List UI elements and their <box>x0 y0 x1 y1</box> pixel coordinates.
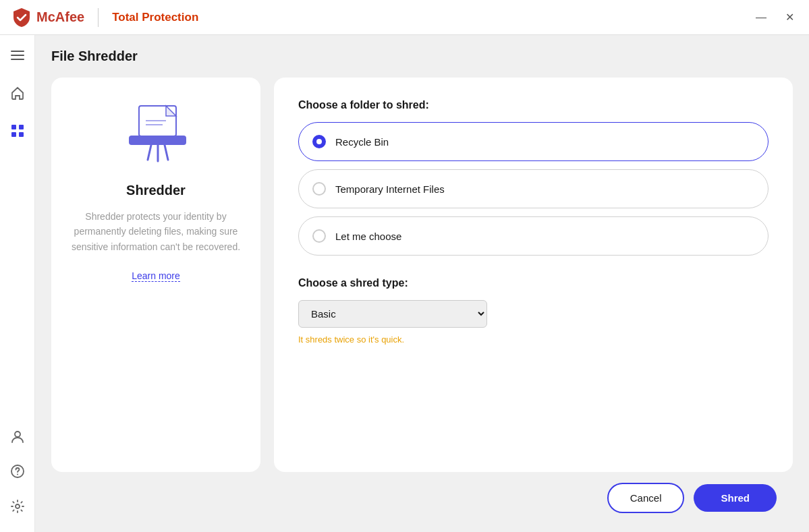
svg-rect-0 <box>11 51 24 52</box>
mcafee-shield-icon <box>11 7 32 28</box>
shred-button[interactable]: Shred <box>694 484 777 512</box>
sidebar-bottom <box>5 424 30 532</box>
shred-type-section: Choose a shred type: Basic Advanced Cust… <box>298 277 769 345</box>
svg-point-10 <box>16 504 20 508</box>
title-bar-controls: — ✕ <box>752 9 798 25</box>
sidebar-settings-icon[interactable] <box>5 494 30 519</box>
content-area: File Shredder <box>35 35 809 532</box>
svg-rect-14 <box>129 136 186 145</box>
radio-circle-temp <box>312 182 326 196</box>
shredder-illustration <box>109 99 203 167</box>
right-card: Choose a folder to shred: Recycle Bin Te… <box>274 78 793 472</box>
page-title: File Shredder <box>51 49 793 64</box>
svg-rect-6 <box>19 132 24 137</box>
radio-label-recycle: Recycle Bin <box>335 136 389 148</box>
svg-line-17 <box>165 145 168 160</box>
radio-label-temp: Temporary Internet Files <box>335 183 445 195</box>
mcafee-logo: McAfee <box>11 7 84 28</box>
radio-temp-internet[interactable]: Temporary Internet Files <box>298 169 769 208</box>
radio-let-me-choose[interactable]: Let me choose <box>298 216 769 256</box>
radio-label-choose: Let me choose <box>335 231 401 242</box>
svg-point-9 <box>17 474 18 475</box>
svg-rect-5 <box>11 132 16 137</box>
shred-hint: It shreds twice so it's quick. <box>298 334 769 345</box>
page-header: File Shredder <box>51 49 793 64</box>
sidebar-apps-icon[interactable] <box>5 119 30 143</box>
svg-rect-1 <box>11 55 24 56</box>
sidebar-home-icon[interactable] <box>5 81 30 105</box>
learn-more-link[interactable]: Learn more <box>132 270 180 282</box>
minimize-button[interactable]: — <box>752 10 771 25</box>
left-card: Shredder Shredder protects your identity… <box>51 78 260 472</box>
close-button[interactable]: ✕ <box>781 9 798 25</box>
folder-section-label: Choose a folder to shred: <box>298 99 769 111</box>
bottom-bar: Cancel Shred <box>51 472 793 519</box>
radio-circle-recycle <box>312 135 326 148</box>
sidebar-menu-icon[interactable] <box>5 43 30 67</box>
shred-type-label: Choose a shred type: <box>298 277 769 289</box>
app-title: Total Protection <box>112 11 198 24</box>
svg-rect-3 <box>11 125 16 129</box>
title-bar-left: McAfee Total Protection <box>11 7 198 28</box>
svg-rect-4 <box>19 125 24 129</box>
cards-row: Shredder Shredder protects your identity… <box>51 78 793 472</box>
brand-name: McAfee <box>36 9 84 25</box>
sidebar-help-icon[interactable] <box>5 459 30 483</box>
svg-point-7 <box>15 432 20 437</box>
sidebar <box>0 35 35 532</box>
radio-circle-choose <box>312 229 326 243</box>
logo-divider <box>98 8 99 27</box>
main-layout: File Shredder <box>0 35 809 532</box>
sidebar-account-icon[interactable] <box>5 424 30 448</box>
shred-type-select[interactable]: Basic Advanced Custom <box>298 300 487 328</box>
title-bar: McAfee Total Protection — ✕ <box>0 0 809 35</box>
cancel-button[interactable]: Cancel <box>607 483 685 513</box>
left-card-description: Shredder protects your identity by perma… <box>67 209 244 254</box>
radio-recycle-bin[interactable]: Recycle Bin <box>298 122 769 161</box>
svg-rect-2 <box>11 59 24 60</box>
svg-line-15 <box>148 145 151 160</box>
shredder-icon-wrap <box>109 99 203 169</box>
left-card-heading: Shredder <box>126 183 186 198</box>
